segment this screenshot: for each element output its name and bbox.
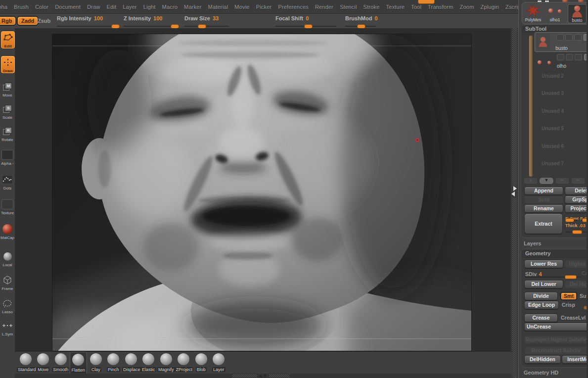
menu-item[interactable]: Stencil [340,4,357,10]
subtool-unused-slot[interactable]: Unused 5 [535,124,588,141]
sdiv-handle[interactable] [565,275,577,279]
tool-item-busto[interactable]: busto [568,4,587,23]
subtool-unused-slot[interactable]: Unused 6 [535,142,588,159]
texture-selector[interactable]: Texture [0,198,14,215]
brush-item[interactable]: Move [35,352,52,374]
rename-button[interactable]: Rename [524,204,563,213]
subtool-toggle-box[interactable] [556,34,564,41]
rgb-mode-button[interactable]: Rgb [0,16,16,26]
menu-item[interactable]: Brush [14,4,29,10]
tray-tab[interactable] [418,0,435,4]
subtool-unused-slot[interactable]: Unused 3 [535,89,588,106]
menu-item[interactable]: Light [143,4,156,10]
rotate-tool-button[interactable]: R Rotate [0,125,14,142]
crease-button[interactable]: Crease [524,314,558,322]
menu-item[interactable]: Picker [256,4,272,10]
divide-button[interactable]: Divide [524,292,558,300]
subtool-unused-slot[interactable]: Unused 2 [535,71,588,89]
brush-item[interactable]: Pinch [105,352,123,374]
alpha-selector[interactable]: Alpha ◦ [0,148,14,166]
subtool-row-busto[interactable]: busto [535,32,588,52]
brush-item[interactable]: Clay [87,352,105,374]
brush-item[interactable]: Layer [210,352,228,374]
menu-item[interactable]: Preferences [278,4,309,10]
creaselvl-slider[interactable]: CreaseLvl [561,315,586,321]
subtool-row-olho[interactable]: olho [535,52,588,69]
projectall-button[interactable]: ProjectAll [565,204,588,213]
sculpt-canvas[interactable] [52,34,472,351]
menu-item[interactable]: Alpha [0,4,7,10]
menu-item[interactable]: Material [208,4,228,10]
subtool-move-down-button[interactable]: ▼ [539,177,554,185]
tray-divider[interactable] [511,28,518,378]
subtool-toggle-box[interactable] [565,34,573,41]
menu-item[interactable]: Macro [162,4,178,10]
edge-loop-button[interactable]: Edge Loop [524,301,559,309]
subtool-toggle-box[interactable] [566,54,573,60]
bottom-divider-arrows[interactable]: ▲▼ [257,374,269,378]
brush-item[interactable]: Displace [122,352,140,374]
brush-item[interactable]: ZProject [175,352,193,374]
del-lower-button[interactable]: Del Lower [524,280,563,288]
layers-section-header[interactable]: Layers [524,240,541,246]
smt-toggle[interactable]: Smt [560,292,577,300]
stroke-selector[interactable]: Dots [0,173,14,190]
brush-item[interactable]: Smooth [52,352,70,374]
uncrease-button[interactable]: UnCrease [524,323,588,331]
split-button[interactable]: Split [524,195,563,204]
brush-item[interactable]: Blob [192,352,210,374]
local-transform-button[interactable]: Local [0,250,14,267]
higher-res-button[interactable]: Higher Res [565,260,588,268]
brush-item[interactable]: Standard [17,352,35,374]
brushmod-slider[interactable]: BrushMod0 [345,15,376,28]
delhidden-button[interactable]: DelHidden [524,355,561,364]
rgb-intensity-slider[interactable]: Rgb Intensity100 [57,15,116,28]
tool-item-olho1[interactable]: olho1 [546,4,564,22]
brush-item[interactable]: Magnify [157,352,175,374]
subtool-scrollbar[interactable] [529,36,533,177]
grpsplit-button[interactable]: GrpSplit [565,195,588,204]
insertmesh-button[interactable]: InsertMesh [562,355,588,364]
tool-item-polymesh[interactable]: PolyMes [524,4,542,22]
subtool-unused-slot[interactable]: Unused 4 [535,106,588,124]
extract-button[interactable]: Extract [524,213,563,234]
lower-res-button[interactable]: Lower Res [524,260,563,268]
subtool-toggle-box[interactable] [575,54,582,60]
esmt-handle[interactable] [565,218,574,222]
menu-item[interactable]: Zoom [460,4,474,10]
zsub-mode-button[interactable]: Zsub [38,18,50,24]
edit-tool-button[interactable]: Edit [0,31,15,49]
geometry-panel-header[interactable]: Geometry [521,249,588,258]
z-intensity-slider[interactable]: Z Intensity100 [124,15,177,28]
subtool-unused-slot[interactable]: Unused 7 [535,159,588,176]
move-tool-button[interactable]: M Move [0,80,14,97]
append-button[interactable]: Append [524,187,563,195]
divider-collapse-arrows[interactable] [511,186,518,198]
subtool-duplicate-button[interactable]: ➦ [555,177,570,185]
thick-handle[interactable] [572,230,582,234]
lasso-button[interactable]: Lasso [0,297,14,314]
menu-item[interactable]: Movie [234,4,249,10]
menu-item[interactable]: Document [55,4,81,10]
menu-item[interactable]: Tool [411,4,421,10]
geometry-hd-section-header[interactable]: Geometry HD [524,370,558,376]
zadd-mode-button[interactable]: Zadd [17,16,39,26]
bottom-divider[interactable]: ▲▼ [15,374,511,378]
menu-item[interactable]: Render [315,4,333,10]
menu-item[interactable]: Zplugin [481,4,499,10]
subtool-toggle-box[interactable] [574,34,582,41]
menu-item[interactable]: Texture [386,4,405,10]
menu-item[interactable]: Layer [123,4,137,10]
brush-item[interactable]: Flatten [70,352,88,375]
subtool-merge-button[interactable]: ➥ [571,177,586,185]
menu-item[interactable]: Zscript [505,4,518,10]
menu-item[interactable]: Marker [184,4,201,10]
reproject-button[interactable]: Reproject Higher Subdiv [524,335,588,344]
menu-item[interactable]: Transform [428,4,453,10]
subtool-toggle-box[interactable] [557,54,564,60]
menu-item[interactable]: Draw [87,4,100,10]
menu-item[interactable]: Color [35,4,48,10]
reconstruct-button[interactable]: Reconstruct Subdiv [524,346,588,355]
scale-tool-button[interactable]: S Scale [0,102,14,120]
subtool-move-up-button[interactable]: ▲ [523,177,538,185]
